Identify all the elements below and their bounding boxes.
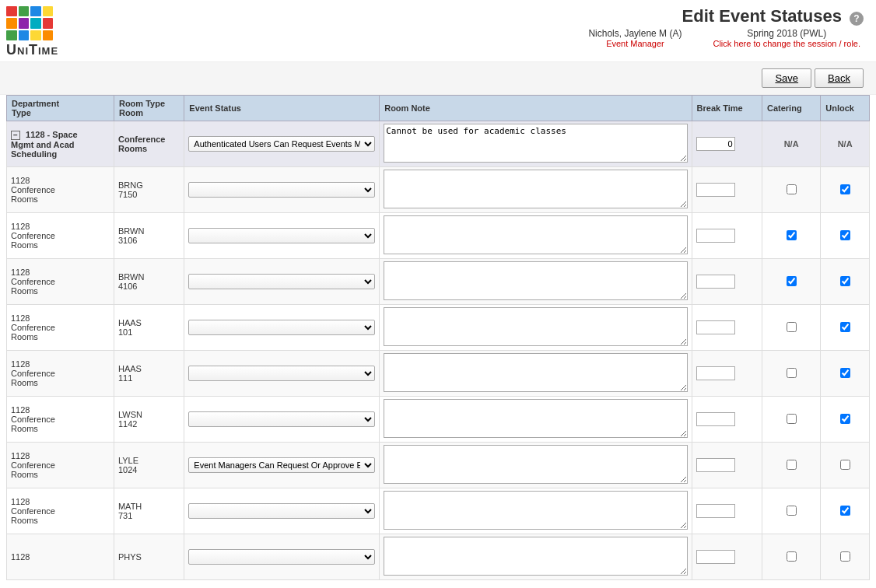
unlock-checkbox[interactable] xyxy=(840,460,850,470)
dept-note-cell[interactable]: Cannot be used for academic classes xyxy=(380,121,692,167)
room-note-cell[interactable] xyxy=(380,488,692,534)
room-note-textarea[interactable] xyxy=(384,215,687,254)
room-status-select[interactable]: Authenticated Users Can Request Events M… xyxy=(188,320,375,335)
room-break-input[interactable] xyxy=(696,412,735,426)
dept-status-cell[interactable]: Authenticated Users Can Request Events M… xyxy=(184,121,380,167)
room-status-select[interactable]: Authenticated Users Can Request Events M… xyxy=(188,549,375,565)
room-note-cell[interactable] xyxy=(380,397,692,443)
dept-note-textarea[interactable]: Cannot be used for academic classes xyxy=(384,124,687,163)
room-break-input[interactable] xyxy=(696,320,735,334)
room-break-input[interactable] xyxy=(696,458,735,472)
unlock-checkbox[interactable] xyxy=(840,368,850,378)
room-status-select[interactable]: Authenticated Users Can Request Events M… xyxy=(188,182,375,198)
room-note-cell[interactable] xyxy=(380,167,692,213)
room-break-input[interactable] xyxy=(696,366,735,380)
room-catering-cell[interactable] xyxy=(762,443,820,488)
room-status-cell[interactable]: Authenticated Users Can Request Events M… xyxy=(184,167,380,213)
room-catering-cell[interactable] xyxy=(762,305,820,351)
room-break-input[interactable] xyxy=(696,550,735,564)
room-note-cell[interactable] xyxy=(380,259,692,305)
back-button[interactable]: Back xyxy=(815,68,864,88)
room-note-textarea[interactable] xyxy=(384,491,687,530)
room-status-cell[interactable]: Authenticated Users Can Request Events M… xyxy=(184,305,380,351)
room-status-select[interactable]: Authenticated Users Can Request Events M… xyxy=(188,274,375,289)
catering-checkbox[interactable] xyxy=(787,276,797,286)
room-break-input[interactable] xyxy=(696,504,735,518)
room-status-select[interactable]: Authenticated Users Can Request Events M… xyxy=(188,503,375,519)
room-break-cell[interactable] xyxy=(692,534,762,580)
dept-break-input[interactable] xyxy=(696,137,735,151)
room-status-cell[interactable]: Authenticated Users Can Request Events M… xyxy=(184,259,380,305)
room-status-cell[interactable]: Authenticated Users Can Request Events M… xyxy=(184,534,380,580)
room-note-textarea[interactable] xyxy=(384,399,687,438)
room-status-select[interactable]: Authenticated Users Can Request Events M… xyxy=(188,457,375,473)
room-unlock-cell[interactable] xyxy=(821,167,870,213)
room-note-textarea[interactable] xyxy=(384,170,687,208)
room-note-cell[interactable] xyxy=(380,213,692,259)
save-button[interactable]: Save xyxy=(762,68,811,88)
catering-checkbox[interactable] xyxy=(787,368,797,378)
room-unlock-cell[interactable] xyxy=(821,305,870,351)
room-catering-cell[interactable] xyxy=(762,534,820,580)
room-catering-cell[interactable] xyxy=(762,259,820,305)
unlock-checkbox[interactable] xyxy=(840,506,850,516)
user-role[interactable]: Event Manager xyxy=(588,39,682,48)
unlock-checkbox[interactable] xyxy=(840,414,850,424)
room-break-input[interactable] xyxy=(696,275,735,289)
room-note-textarea[interactable] xyxy=(384,353,687,392)
catering-checkbox[interactable] xyxy=(787,230,797,240)
room-status-cell[interactable]: Authenticated Users Can Request Events M… xyxy=(184,351,380,397)
expand-icon[interactable]: − xyxy=(11,131,20,140)
help-icon[interactable]: ? xyxy=(850,12,864,26)
unlock-checkbox[interactable] xyxy=(840,551,850,562)
room-note-cell[interactable] xyxy=(380,351,692,397)
room-unlock-cell[interactable] xyxy=(821,488,870,534)
room-note-cell[interactable] xyxy=(380,443,692,488)
catering-checkbox[interactable] xyxy=(787,551,797,562)
room-unlock-cell[interactable] xyxy=(821,213,870,259)
room-break-cell[interactable] xyxy=(692,305,762,351)
room-unlock-cell[interactable] xyxy=(821,397,870,443)
room-status-cell[interactable]: Authenticated Users Can Request Events M… xyxy=(184,443,380,488)
room-note-cell[interactable] xyxy=(380,305,692,351)
catering-checkbox[interactable] xyxy=(787,506,797,516)
catering-checkbox[interactable] xyxy=(787,460,797,470)
room-status-select[interactable]: Authenticated Users Can Request Events M… xyxy=(188,228,375,243)
dept-break-cell[interactable] xyxy=(692,121,762,167)
room-unlock-cell[interactable] xyxy=(821,351,870,397)
unlock-checkbox[interactable] xyxy=(840,276,850,286)
room-break-cell[interactable] xyxy=(692,443,762,488)
room-break-cell[interactable] xyxy=(692,259,762,305)
room-catering-cell[interactable] xyxy=(762,488,820,534)
dept-status-select[interactable]: Authenticated Users Can Request Events M… xyxy=(188,136,375,152)
room-status-cell[interactable]: Authenticated Users Can Request Events M… xyxy=(184,213,380,259)
room-break-cell[interactable] xyxy=(692,351,762,397)
catering-checkbox[interactable] xyxy=(787,414,797,424)
room-break-cell[interactable] xyxy=(692,488,762,534)
catering-checkbox[interactable] xyxy=(787,322,797,332)
room-break-input[interactable] xyxy=(696,229,735,243)
room-catering-cell[interactable] xyxy=(762,397,820,443)
catering-checkbox[interactable] xyxy=(787,184,797,194)
unlock-checkbox[interactable] xyxy=(840,322,850,332)
room-break-cell[interactable] xyxy=(692,167,762,213)
room-break-cell[interactable] xyxy=(692,397,762,443)
room-unlock-cell[interactable] xyxy=(821,443,870,488)
room-break-cell[interactable] xyxy=(692,213,762,259)
room-status-select[interactable]: Authenticated Users Can Request Events M… xyxy=(188,366,375,381)
room-note-textarea[interactable] xyxy=(384,537,687,576)
room-status-select[interactable]: Authenticated Users Can Request Events M… xyxy=(188,411,375,427)
room-unlock-cell[interactable] xyxy=(821,259,870,305)
room-status-cell[interactable]: Authenticated Users Can Request Events M… xyxy=(184,397,380,443)
room-note-textarea[interactable] xyxy=(384,261,687,300)
unlock-checkbox[interactable] xyxy=(840,230,850,240)
room-unlock-cell[interactable] xyxy=(821,534,870,580)
room-break-input[interactable] xyxy=(696,183,735,197)
room-note-textarea[interactable] xyxy=(384,445,687,484)
room-catering-cell[interactable] xyxy=(762,167,820,213)
room-catering-cell[interactable] xyxy=(762,351,820,397)
room-status-cell[interactable]: Authenticated Users Can Request Events M… xyxy=(184,488,380,534)
room-catering-cell[interactable] xyxy=(762,213,820,259)
room-note-cell[interactable] xyxy=(380,534,692,580)
room-note-textarea[interactable] xyxy=(384,307,687,346)
